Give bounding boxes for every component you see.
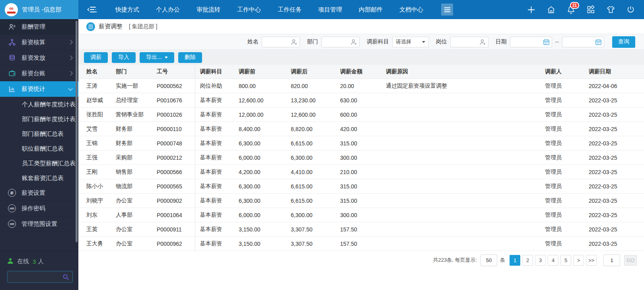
salary-adjust-table: 姓名部门工号调薪科目调薪前调薪后调薪金额调薪原因调薪人调薪日期 王涛实施一部P0…	[78, 65, 644, 251]
subject-select[interactable]: 请选择	[392, 37, 429, 47]
sidebar-item[interactable]: HR管理范围设置	[0, 216, 78, 232]
plus-icon[interactable]	[527, 5, 536, 14]
table-row[interactable]: 王大勇办公室P0000962基本薪资3,150.003,307.50157.50…	[78, 237, 644, 251]
nav-item[interactable]: 审批流转	[188, 0, 229, 19]
import-button[interactable]: 导入	[112, 52, 136, 63]
search-icon[interactable]	[62, 274, 69, 280]
apps-icon[interactable]	[586, 5, 595, 14]
page-size-input[interactable]	[481, 255, 497, 266]
logo-infinity-glyph: ∞	[9, 6, 14, 11]
table-row[interactable]: 王刚销售部P0000566基本薪资4,200.004,410.00210.00管…	[78, 165, 644, 179]
table-cell: 20.00	[335, 79, 381, 93]
logo: ∞	[5, 3, 18, 16]
sidebar-subitem[interactable]: 部门薪酬年度统计表	[0, 112, 78, 126]
bell-icon[interactable]: 21	[566, 5, 576, 14]
sidebar-search-input[interactable]	[11, 274, 62, 280]
sidebar-scrollbar[interactable]	[76, 21, 78, 242]
home-icon[interactable]	[547, 5, 556, 14]
table-row[interactable]: 王锦财务部P0000748基本薪资6,300.006,615.00315.00管…	[78, 136, 644, 151]
table-cell: 2022-03-25	[584, 136, 644, 151]
table-row[interactable]: 王涛实施一部P0000562岗位补助800.00820.0020.00通过固定薪…	[78, 79, 644, 93]
table-row[interactable]: 刘晓宇办公室P0000902基本薪资6,300.006,615.00315.00…	[78, 194, 644, 208]
sidebar-subitem[interactable]: 职位薪酬汇总表	[0, 141, 78, 156]
query-button[interactable]: 查询	[612, 36, 635, 48]
go-button[interactable]: GO	[624, 255, 637, 266]
sidebar-item[interactable]: HR操作密码	[0, 201, 78, 216]
table-cell	[381, 222, 540, 237]
table-cell: P0000902	[152, 194, 195, 208]
person-add-icon[interactable]	[350, 39, 357, 45]
table-cell: 2022-03-25	[584, 151, 644, 165]
table-cell: 张胜阳	[78, 108, 111, 122]
sidebar-item-label: 薪资台账	[21, 70, 69, 77]
adjust-salary-button[interactable]: 调薪	[84, 52, 108, 63]
sidebar-subitem[interactable]: 员工类型薪酬汇总表	[0, 156, 78, 170]
table-row[interactable]: 王英办公室P0000911基本薪资3,150.003,307.50157.50管…	[78, 222, 644, 237]
dept-filter-input[interactable]	[322, 39, 352, 45]
post-filter-field	[450, 37, 488, 47]
name-filter-field	[262, 37, 300, 47]
logout-icon[interactable]	[626, 5, 635, 14]
column-header: 调薪科目	[195, 65, 234, 79]
nav-item[interactable]: 个人办公	[148, 0, 188, 19]
nav-item[interactable]: 项目管理	[310, 0, 350, 19]
sidebar-item-label: 薪资统计	[21, 85, 69, 93]
date-to-input[interactable]	[562, 39, 597, 45]
nav-item[interactable]: 文档中心	[391, 0, 432, 19]
page-jump-input[interactable]	[603, 255, 620, 266]
last-page-button[interactable]: >>	[586, 255, 597, 266]
delete-button[interactable]: 删除	[178, 52, 202, 63]
column-header: 调薪日期	[584, 65, 644, 79]
nav-item[interactable]: 内部邮件	[350, 0, 391, 19]
export-button[interactable]: 导出...	[140, 52, 174, 63]
table-cell: 基本薪资	[195, 179, 234, 194]
nav-item[interactable]: 快捷方式	[107, 0, 148, 19]
menu-toggle-button[interactable]	[441, 4, 453, 16]
date-from-input[interactable]	[510, 39, 545, 45]
sidebar-subitem[interactable]: 个人薪酬年度统计表	[0, 97, 78, 112]
next-page-button[interactable]: >	[573, 255, 584, 266]
sidebar-subitem[interactable]: 部门薪酬汇总表	[0, 126, 78, 141]
table-row[interactable]: 艾雪财务部P0000110基本薪资8,400.008,820.00420.00管…	[78, 122, 644, 136]
sidebar-subitem[interactable]: 账套薪资汇总表	[0, 170, 78, 185]
topbar-brand: ∞ 管理员 -信息部	[0, 0, 78, 19]
table-cell	[381, 151, 540, 165]
sidebar-item[interactable]: 薪资台账	[0, 66, 78, 81]
nav-item[interactable]: 工作任务	[269, 0, 310, 19]
person-add-icon[interactable]	[291, 39, 298, 45]
sidebar-item[interactable]: 薪薪资设置	[0, 185, 78, 201]
sidebar-item[interactable]: 薪酬管理	[0, 19, 78, 35]
table-row[interactable]: 赵华威总经理室P0010676基本薪资12,600.0013,230.00630…	[78, 93, 644, 108]
subject-filter-label: 调薪科目	[367, 38, 389, 45]
post-filter-input[interactable]	[451, 39, 481, 45]
date-range-separator: --	[555, 39, 559, 45]
table-row[interactable]: 陈小小物流部P0000565基本薪资6,300.006,615.00315.00…	[78, 179, 644, 194]
name-filter-input[interactable]	[262, 39, 292, 45]
sidebar-item[interactable]: 薪资统计	[0, 81, 78, 97]
table-cell: 管理员	[540, 151, 584, 165]
person-add-icon[interactable]	[479, 39, 486, 45]
name-filter-label: 姓名	[247, 38, 259, 45]
collapse-sidebar-icon[interactable]	[87, 6, 97, 14]
table-cell: 管理员	[540, 208, 584, 222]
table-cell: 315.00	[335, 179, 381, 194]
page-button[interactable]: 5	[560, 255, 571, 266]
nav-item[interactable]: 工作中心	[229, 0, 269, 19]
calendar-icon[interactable]	[543, 39, 550, 45]
pagination: 共223条, 每页显示: 条 12345>>> GO	[78, 251, 644, 269]
table-cell: 实施一部	[111, 79, 152, 93]
page-button[interactable]: 2	[522, 255, 533, 266]
page-button[interactable]: 3	[535, 255, 546, 266]
page-button[interactable]: 1	[510, 255, 520, 266]
table-cell: 315.00	[335, 136, 381, 151]
table-cell: 管理员	[540, 222, 584, 237]
table-row[interactable]: 王强采购部P0000212基本薪资6,000.006,300.00300.00管…	[78, 151, 644, 165]
calendar-icon[interactable]	[595, 39, 602, 45]
sidebar-item[interactable]: 薪资发放	[0, 50, 78, 66]
theme-icon[interactable]	[606, 5, 615, 14]
table-row[interactable]: 刘东人事部P0001064基本薪资6,000.006,300.00300.00管…	[78, 208, 644, 222]
sidebar-item[interactable]: 薪资核算	[0, 35, 78, 50]
page-button[interactable]: 4	[548, 255, 558, 266]
table-row[interactable]: 张胜阳营销事业部P0001026基本薪资12,000.0012,600.0060…	[78, 108, 644, 122]
table-cell: 管理员	[540, 237, 584, 251]
